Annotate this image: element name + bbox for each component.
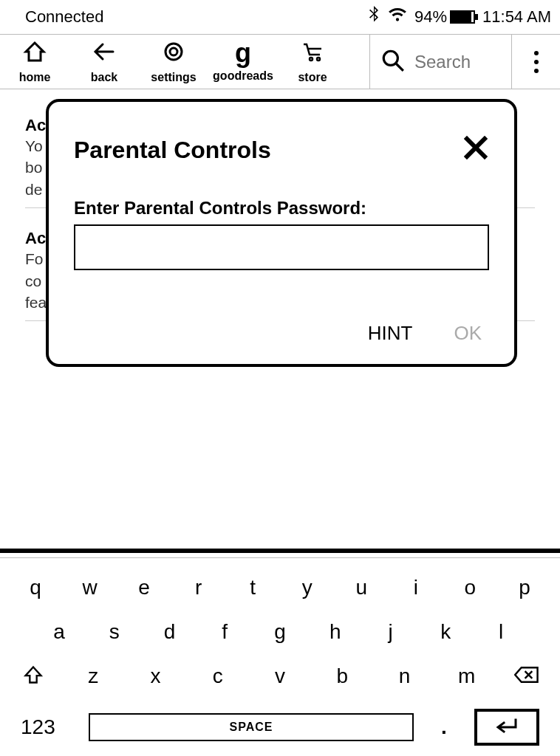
key-a[interactable]: a (44, 620, 74, 644)
key-i[interactable]: i (401, 576, 431, 599)
key-q[interactable]: q (21, 576, 50, 599)
key-n[interactable]: n (390, 664, 420, 688)
wifi-icon (388, 7, 407, 27)
goodreads-button[interactable]: g goodreads (208, 35, 278, 89)
home-label: home (19, 71, 51, 84)
keyboard-row-3: z x c v b n m (21, 664, 539, 688)
search-icon (380, 48, 406, 76)
key-e[interactable]: e (129, 576, 159, 599)
home-icon (23, 40, 47, 66)
shift-icon (21, 675, 46, 687)
key-h[interactable]: h (321, 620, 350, 644)
back-label: back (91, 71, 117, 84)
key-s[interactable]: s (100, 620, 129, 644)
store-button[interactable]: store (278, 35, 347, 89)
on-screen-keyboard: q w e r t y u i o p a s d f g h j k l (0, 549, 560, 756)
key-v[interactable]: v (265, 664, 295, 688)
toolbar: home back settings g goodreads store (0, 35, 560, 89)
clock: 11:54 AM (482, 7, 551, 27)
settings-label: settings (151, 71, 196, 84)
keyboard-row-2: a s d f g h j k l (21, 620, 539, 644)
home-button[interactable]: home (0, 35, 69, 89)
settings-button[interactable]: settings (139, 35, 208, 89)
svg-point-0 (165, 44, 182, 60)
gear-icon (162, 40, 185, 66)
kebab-icon (534, 51, 539, 73)
store-label: store (298, 71, 327, 84)
numeric-toggle-key[interactable]: 123 (21, 715, 72, 739)
search-area[interactable] (369, 35, 511, 89)
key-x[interactable]: x (141, 664, 171, 688)
back-button[interactable]: back (69, 35, 139, 89)
enter-icon (494, 717, 520, 738)
key-y[interactable]: y (293, 576, 322, 599)
backspace-icon (514, 675, 539, 687)
key-o[interactable]: o (455, 576, 485, 599)
space-key[interactable]: SPACE (89, 713, 414, 741)
key-f[interactable]: f (210, 620, 239, 644)
battery-icon (450, 10, 475, 24)
ok-button[interactable]: OK (454, 322, 482, 345)
key-l[interactable]: l (486, 620, 516, 644)
key-j[interactable]: j (376, 620, 406, 644)
keyboard-row-1: q w e r t y u i o p (21, 576, 539, 599)
key-t[interactable]: t (238, 576, 267, 599)
svg-line-3 (396, 63, 403, 71)
enter-key[interactable] (474, 709, 539, 746)
parental-controls-dialog: Parental Controls Enter Parental Control… (46, 99, 517, 367)
back-arrow-icon (92, 40, 116, 66)
key-r[interactable]: r (184, 576, 214, 599)
goodreads-label: goodreads (213, 69, 273, 83)
search-input[interactable] (414, 52, 501, 72)
key-u[interactable]: u (346, 576, 376, 599)
keyboard-row-4: 123 SPACE . (21, 709, 539, 746)
key-g[interactable]: g (265, 620, 295, 644)
key-m[interactable]: m (452, 664, 482, 688)
svg-point-1 (170, 48, 177, 55)
password-input[interactable] (74, 224, 489, 270)
connection-status: Connected (25, 7, 103, 27)
shift-key[interactable] (21, 664, 46, 688)
more-menu-button[interactable] (511, 35, 560, 89)
hint-button[interactable]: HINT (368, 322, 413, 345)
status-bar: Connected 94% 11:54 AM (0, 0, 560, 35)
password-label: Enter Parental Controls Password: (74, 198, 489, 219)
period-key[interactable]: . (430, 715, 458, 739)
goodreads-icon: g (235, 41, 251, 65)
backspace-key[interactable] (514, 664, 539, 688)
cart-icon (301, 40, 324, 66)
key-z[interactable]: z (78, 664, 108, 688)
battery-percent: 94% (414, 7, 447, 27)
bluetooth-icon (367, 6, 380, 28)
close-icon (462, 134, 489, 167)
key-p[interactable]: p (510, 576, 539, 599)
dialog-title: Parental Controls (74, 137, 271, 164)
key-b[interactable]: b (327, 664, 357, 688)
key-c[interactable]: c (203, 664, 233, 688)
key-k[interactable]: k (431, 620, 460, 644)
svg-point-2 (383, 51, 397, 65)
key-d[interactable]: d (155, 620, 185, 644)
close-button[interactable] (462, 134, 489, 165)
key-w[interactable]: w (75, 576, 105, 599)
